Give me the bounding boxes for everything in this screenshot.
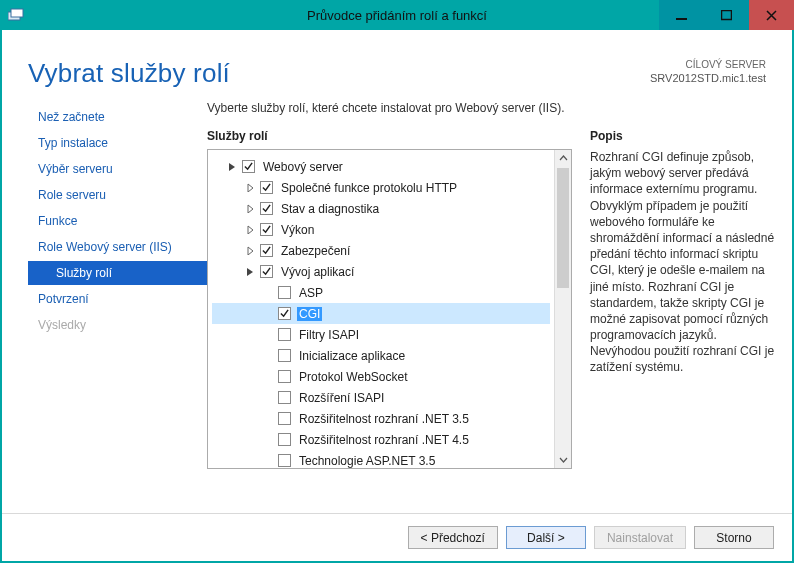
cancel-button[interactable]: Storno [694, 526, 774, 549]
tree-row[interactable]: Zabezpečení [212, 240, 550, 261]
nav-item-8: Výsledky [28, 313, 207, 337]
svg-rect-2 [676, 18, 687, 20]
nav-item-2[interactable]: Výběr serveru [28, 157, 207, 181]
role-checkbox[interactable] [278, 328, 291, 341]
tree-row[interactable]: Výkon [212, 219, 550, 240]
roles-tree: Webový serverSpolečné funkce protokolu H… [207, 149, 572, 469]
role-label: Zabezpečení [279, 244, 352, 258]
nav-item-6[interactable]: Služby rolí [28, 261, 207, 285]
description-heading: Popis [590, 129, 776, 143]
role-label: Společné funkce protokolu HTTP [279, 181, 459, 195]
instruction-text: Vyberte služby rolí, které chcete instal… [207, 101, 776, 115]
role-label: Vývoj aplikací [279, 265, 356, 279]
role-checkbox[interactable] [278, 349, 291, 362]
role-label: Technologie ASP.NET 3.5 [297, 454, 437, 468]
previous-button[interactable]: < Předchozí [408, 526, 498, 549]
install-button: Nainstalovat [594, 526, 686, 549]
next-button[interactable]: Další > [506, 526, 586, 549]
tree-row[interactable]: Rozšiřitelnost rozhraní .NET 4.5 [212, 429, 550, 450]
tree-row[interactable]: Stav a diagnostika [212, 198, 550, 219]
scroll-thumb[interactable] [557, 168, 569, 288]
tree-row[interactable]: Rozšiřitelnost rozhraní .NET 3.5 [212, 408, 550, 429]
app-icon [6, 7, 26, 23]
role-checkbox[interactable] [278, 391, 291, 404]
svg-rect-1 [11, 9, 23, 17]
role-checkbox[interactable] [278, 286, 291, 299]
nav-item-7[interactable]: Potvrzení [28, 287, 207, 311]
role-checkbox[interactable] [278, 454, 291, 467]
nav-item-4[interactable]: Funkce [28, 209, 207, 233]
tree-row[interactable]: Protokol WebSocket [212, 366, 550, 387]
expander-icon[interactable] [244, 266, 256, 278]
nav-item-3[interactable]: Role serveru [28, 183, 207, 207]
maximize-button[interactable] [704, 0, 749, 30]
role-checkbox[interactable] [260, 223, 273, 236]
nav-item-0[interactable]: Než začnete [28, 105, 207, 129]
expander-icon[interactable] [226, 161, 238, 173]
target-server-info: CÍLOVÝ SERVER SRV2012STD.mic1.test [650, 58, 766, 89]
scroll-down-button[interactable] [555, 451, 571, 468]
role-label: Filtry ISAPI [297, 328, 361, 342]
role-checkbox[interactable] [260, 244, 273, 257]
target-server-label: CÍLOVÝ SERVER [650, 58, 766, 71]
wizard-footer: < Předchozí Další > Nainstalovat Storno [2, 513, 792, 561]
role-checkbox[interactable] [260, 265, 273, 278]
role-label: Rozšiřitelnost rozhraní .NET 4.5 [297, 433, 471, 447]
expander-icon[interactable] [244, 182, 256, 194]
role-checkbox[interactable] [260, 181, 273, 194]
role-label: ASP [297, 286, 325, 300]
description-text: Rozhraní CGI definuje způsob, jakým webo… [590, 149, 776, 376]
tree-row[interactable]: ASP [212, 282, 550, 303]
expander-icon[interactable] [244, 203, 256, 215]
role-label: Rozšiřitelnost rozhraní .NET 3.5 [297, 412, 471, 426]
roles-heading: Služby rolí [207, 129, 572, 143]
target-server-value: SRV2012STD.mic1.test [650, 71, 766, 85]
role-label: CGI [297, 307, 322, 321]
tree-row[interactable]: Technologie ASP.NET 3.5 [212, 450, 550, 468]
role-checkbox[interactable] [278, 433, 291, 446]
close-button[interactable] [749, 0, 794, 30]
role-label: Protokol WebSocket [297, 370, 410, 384]
tree-row[interactable]: Webový server [212, 156, 550, 177]
tree-row[interactable]: CGI [212, 303, 550, 324]
minimize-button[interactable] [659, 0, 704, 30]
nav-item-1[interactable]: Typ instalace [28, 131, 207, 155]
tree-scrollbar[interactable] [554, 150, 571, 468]
tree-row[interactable]: Rozšíření ISAPI [212, 387, 550, 408]
role-checkbox[interactable] [278, 370, 291, 383]
role-label: Rozšíření ISAPI [297, 391, 386, 405]
role-checkbox[interactable] [260, 202, 273, 215]
scroll-up-button[interactable] [555, 150, 571, 167]
wizard-nav: Než začneteTyp instalaceVýběr serveruRol… [2, 99, 207, 469]
expander-icon[interactable] [244, 245, 256, 257]
role-label: Webový server [261, 160, 345, 174]
page-title: Vybrat služby rolí [28, 58, 230, 89]
titlebar[interactable]: Průvodce přidáním rolí a funkcí [0, 0, 794, 30]
role-checkbox[interactable] [242, 160, 255, 173]
role-checkbox[interactable] [278, 412, 291, 425]
role-checkbox[interactable] [278, 307, 291, 320]
role-label: Stav a diagnostika [279, 202, 381, 216]
tree-row[interactable]: Inicializace aplikace [212, 345, 550, 366]
role-label: Výkon [279, 223, 316, 237]
expander-icon[interactable] [244, 224, 256, 236]
nav-item-5[interactable]: Role Webový server (IIS) [28, 235, 207, 259]
tree-row[interactable]: Vývoj aplikací [212, 261, 550, 282]
tree-row[interactable]: Filtry ISAPI [212, 324, 550, 345]
tree-row[interactable]: Společné funkce protokolu HTTP [212, 177, 550, 198]
svg-rect-3 [722, 10, 732, 19]
role-label: Inicializace aplikace [297, 349, 407, 363]
